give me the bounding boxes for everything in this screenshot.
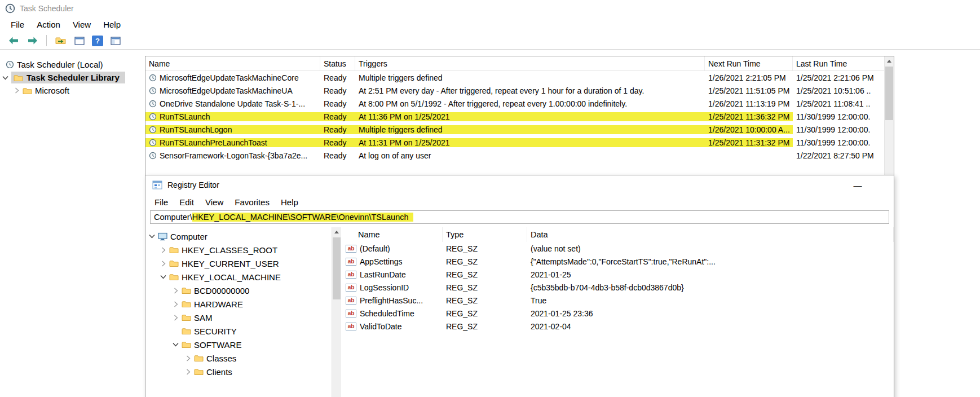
reg-tree-item-hardware[interactable]: HARDWARE [145, 297, 332, 311]
chevron-right-icon[interactable] [160, 247, 166, 253]
reg-tree-label: Clients [206, 367, 232, 377]
reg-sz-icon: ab [346, 323, 356, 330]
column-header-last-run[interactable]: Last Run Time [793, 56, 884, 70]
chevron-right-icon[interactable] [14, 87, 20, 94]
registry-value-row[interactable]: abAppSettings REG_SZ {"AttemptsMade":0,"… [341, 255, 894, 268]
reg-tree-item-computer[interactable]: Computer [145, 230, 332, 243]
ts-tree-microsoft[interactable]: Microsoft [0, 84, 145, 97]
task-status: Ready [320, 151, 355, 160]
chevron-right-icon[interactable] [173, 301, 179, 307]
ts-menu-file[interactable]: File [5, 18, 30, 31]
ts-tree-library-selection[interactable]: Task Scheduler Library [11, 72, 125, 83]
registry-value-row[interactable]: abScheduledTime REG_SZ 2021-01-25 23:36 [341, 307, 894, 320]
value-data: 2021-01-25 23:36 [527, 309, 894, 318]
task-last-run: 11/30/1999 12:00:00. [793, 125, 884, 134]
reg-menu-file[interactable]: File [149, 196, 174, 209]
reg-tree-item-security[interactable]: SECURITY [145, 324, 332, 338]
reg-tree-label: HKEY_CURRENT_USER [182, 259, 279, 268]
values-column-name[interactable]: Name [341, 227, 443, 242]
registry-tree-pane: Computer HKEY_CLASSES_ROOT HKEY_CURRENT_… [145, 227, 332, 397]
chevron-down-icon[interactable] [149, 234, 155, 239]
task-row-runtslaunch[interactable]: RunTSLaunch Ready At 11:36 PM on 1/25/20… [145, 110, 884, 123]
task-row[interactable]: OneDrive Standalone Update Task-S-1-... … [145, 97, 884, 110]
task-next-run: 1/26/2021 2:21:05 PM [705, 73, 793, 82]
task-triggers: At 8:00 PM on 5/1/1992 - After triggered… [355, 99, 705, 108]
reg-tree-item-classes[interactable]: Classes [145, 351, 332, 365]
value-type: REG_SZ [443, 283, 527, 292]
reg-tree-item-hkey-current-user[interactable]: HKEY_CURRENT_USER [145, 257, 332, 270]
reg-tree-label: Classes [206, 354, 236, 363]
reg-tree-item-bcd00000000[interactable]: BCD00000000 [145, 284, 332, 297]
task-row[interactable]: SensorFramework-LogonTask-{3ba7a2e... Re… [145, 149, 884, 162]
task-triggers: Multiple triggers defined [355, 125, 705, 134]
ts-tree-library[interactable]: Task Scheduler Library [0, 71, 145, 84]
reg-tree-item-hkey-classes-root[interactable]: HKEY_CLASSES_ROOT [145, 243, 332, 257]
reg-tree-item-hkey-local-machine[interactable]: HKEY_LOCAL_MACHINE [145, 270, 332, 284]
registry-editor-window: Registry Editor — File Edit View Favorit… [145, 175, 894, 397]
reg-body: Computer HKEY_CLASSES_ROOT HKEY_CURRENT_… [145, 227, 894, 397]
chevron-right-icon[interactable] [185, 369, 191, 375]
scrollbar-up-arrow-icon[interactable] [885, 56, 894, 66]
task-status: Ready [320, 125, 355, 134]
registry-value-row[interactable]: abLastRunDate REG_SZ 2021-01-25 [341, 268, 894, 281]
scrollbar-up-arrow-icon[interactable] [332, 227, 341, 237]
reg-menu-help[interactable]: Help [275, 196, 304, 209]
column-header-name[interactable]: Name [145, 56, 320, 70]
task-clock-icon [149, 152, 157, 160]
task-row-runtslaunchprelaunchtoast[interactable]: RunTSLaunchPreLaunchToast Ready At 11:31… [145, 136, 884, 149]
reg-tree-label: Computer [170, 232, 208, 241]
registry-tree-scrollbar[interactable] [332, 227, 341, 397]
column-header-status[interactable]: Status [320, 56, 355, 70]
console-panes-icon[interactable] [109, 34, 122, 47]
chevron-right-icon[interactable] [160, 261, 166, 267]
column-header-next-run[interactable]: Next Run Time [705, 56, 793, 70]
registry-value-row[interactable]: abPreflightHasSuc... REG_SZ True [341, 294, 894, 307]
task-last-run: 1/25/2021 11:08:41 .. [793, 99, 884, 108]
ts-menu-view[interactable]: View [67, 18, 97, 31]
ts-menu-help[interactable]: Help [97, 18, 127, 31]
scrollbar-thumb[interactable] [885, 67, 893, 120]
task-row[interactable]: MicrosoftEdgeUpdateTaskMachineCore Ready… [145, 71, 884, 84]
export-folder-icon[interactable] [54, 34, 67, 47]
ts-tree-root[interactable]: Task Scheduler (Local) [0, 58, 145, 71]
scrollbar-thumb[interactable] [333, 237, 341, 299]
registry-value-row[interactable]: abValidToDate REG_SZ 2021-02-04 [341, 320, 894, 333]
column-header-triggers[interactable]: Triggers [355, 56, 705, 70]
chevron-right-icon[interactable] [173, 288, 179, 294]
ts-menu-action[interactable]: Action [30, 18, 67, 31]
reg-tree-item-sam[interactable]: SAM [145, 311, 332, 324]
value-data: 2021-02-04 [527, 322, 894, 331]
reg-menu-favorites[interactable]: Favorites [229, 196, 275, 209]
registry-value-row[interactable]: abLogSessionID REG_SZ {c5b35bdb-b704-4db… [341, 281, 894, 294]
registry-address-bar[interactable]: Computer\HKEY_LOCAL_MACHINE\SOFTWARE\One… [150, 210, 889, 224]
registry-value-row[interactable]: ab(Default) REG_SZ (value not set) [341, 242, 894, 255]
console-window-icon[interactable] [73, 34, 86, 47]
task-last-run: 1/25/2021 2:21:06 PM [793, 73, 884, 82]
chevron-down-icon[interactable] [160, 275, 166, 279]
address-highlighted-path: HKEY_LOCAL_MACHINE\SOFTWARE\Onevinn\TSLa… [192, 213, 413, 222]
minimize-button[interactable]: — [849, 180, 867, 190]
chevron-right-icon[interactable] [173, 315, 179, 321]
reg-tree-label: HKEY_LOCAL_MACHINE [182, 272, 281, 282]
task-row-runtslaunchlogon[interactable]: RunTSLaunchLogon Ready Multiple triggers… [145, 123, 884, 136]
reg-tree-item-software[interactable]: SOFTWARE [145, 338, 332, 351]
values-column-type[interactable]: Type [443, 227, 527, 242]
task-name: OneDrive Standalone Update Task-S-1-... [160, 99, 305, 108]
values-column-data[interactable]: Data [527, 227, 894, 242]
value-type: REG_SZ [443, 322, 527, 331]
task-last-run: 11/30/1999 12:00:00. [793, 112, 884, 121]
chevron-right-icon[interactable] [185, 355, 191, 361]
task-row[interactable]: MicrosoftEdgeUpdateTaskMachineUA Ready A… [145, 84, 884, 97]
reg-tree-item-clients[interactable]: Clients [145, 365, 332, 378]
task-name: MicrosoftEdgeUpdateTaskMachineCore [160, 73, 299, 82]
chevron-down-icon[interactable] [173, 342, 179, 347]
reg-menu-view[interactable]: View [200, 196, 229, 209]
chevron-down-icon[interactable] [2, 76, 8, 80]
reg-menu-edit[interactable]: Edit [174, 196, 200, 209]
task-triggers: At 11:36 PM on 1/25/2021 [355, 112, 705, 121]
forward-icon[interactable] [26, 34, 39, 47]
task-last-run: 1/25/2021 10:51:06 .. [793, 86, 884, 95]
help-icon[interactable]: ? [92, 36, 103, 46]
back-icon[interactable] [7, 34, 20, 47]
folder-icon [182, 314, 191, 321]
